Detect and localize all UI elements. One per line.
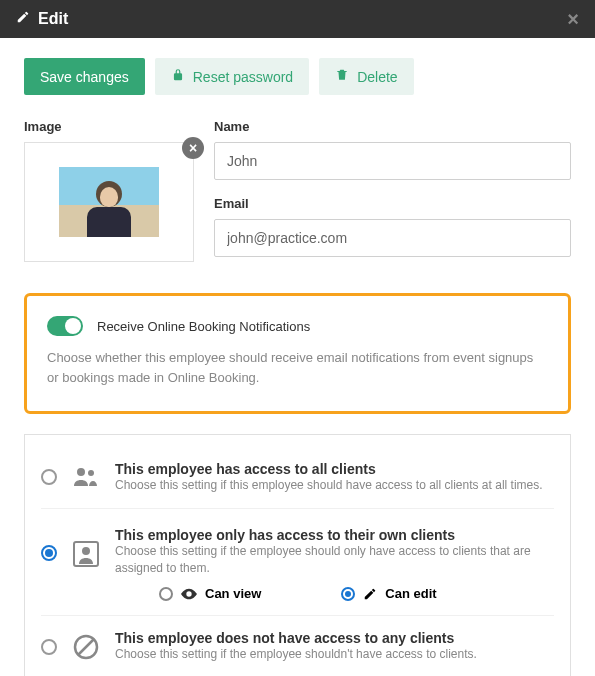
image-preview[interactable] — [24, 142, 194, 262]
access-title-all: This employee has access to all clients — [115, 461, 554, 477]
fields-column: Name Email — [214, 119, 571, 273]
reset-password-label: Reset password — [193, 69, 293, 85]
svg-point-0 — [77, 468, 85, 476]
modal-title: Edit — [38, 10, 68, 28]
person-box-icon — [71, 539, 101, 569]
access-radio-own[interactable] — [41, 545, 57, 561]
access-radio-all[interactable] — [41, 469, 57, 485]
email-label: Email — [214, 196, 571, 211]
notifications-hint: Choose whether this employee should rece… — [47, 348, 548, 387]
image-column: Image × — [24, 119, 194, 273]
access-option-own[interactable]: This employee only has access to their o… — [41, 509, 554, 617]
permission-view-label: Can view — [205, 586, 261, 601]
access-option-none[interactable]: This employee does not have access to an… — [41, 616, 554, 676]
delete-button[interactable]: Delete — [319, 58, 413, 95]
notifications-toggle[interactable] — [47, 316, 83, 336]
close-icon[interactable]: × — [567, 8, 579, 31]
modal-header: Edit × — [0, 0, 595, 38]
svg-point-3 — [82, 547, 90, 555]
name-label: Name — [214, 119, 571, 134]
client-access-panel: This employee has access to all clients … — [24, 434, 571, 676]
email-input[interactable] — [214, 219, 571, 257]
form-row: Image × Name Email — [24, 119, 571, 273]
access-title-none: This employee does not have access to an… — [115, 630, 554, 646]
edit-icon — [16, 10, 30, 28]
edit-employee-modal: Edit × Save changes Reset password Delet… — [0, 0, 595, 676]
no-access-icon — [71, 632, 101, 662]
modal-body: Save changes Reset password Delete Image — [0, 38, 595, 676]
svg-line-5 — [78, 639, 94, 655]
permission-view-radio[interactable] — [159, 587, 173, 601]
access-sub-none: Choose this setting if the employee shou… — [115, 646, 554, 663]
permission-edit-label: Can edit — [385, 586, 436, 601]
pencil-icon — [363, 587, 377, 601]
notifications-label: Receive Online Booking Notifications — [97, 319, 310, 334]
access-radio-none[interactable] — [41, 639, 57, 655]
toolbar: Save changes Reset password Delete — [24, 58, 571, 95]
lock-icon — [171, 68, 185, 85]
access-sub-all: Choose this setting if this employee sho… — [115, 477, 554, 494]
notifications-section: Receive Online Booking Notifications Cho… — [24, 293, 571, 414]
delete-label: Delete — [357, 69, 397, 85]
access-sub-own: Choose this setting if the employee shou… — [115, 543, 554, 577]
trash-icon — [335, 68, 349, 85]
permission-view[interactable]: Can view — [159, 586, 261, 601]
permission-edit[interactable]: Can edit — [341, 586, 436, 601]
access-title-own: This employee only has access to their o… — [115, 527, 554, 543]
eye-icon — [181, 588, 197, 600]
access-option-all[interactable]: This employee has access to all clients … — [41, 447, 554, 509]
permission-edit-radio[interactable] — [341, 587, 355, 601]
remove-image-icon[interactable]: × — [182, 137, 204, 159]
save-button[interactable]: Save changes — [24, 58, 145, 95]
reset-password-button[interactable]: Reset password — [155, 58, 309, 95]
image-label: Image — [24, 119, 194, 134]
name-input[interactable] — [214, 142, 571, 180]
avatar — [59, 167, 159, 237]
people-icon — [71, 462, 101, 492]
svg-point-1 — [88, 470, 94, 476]
